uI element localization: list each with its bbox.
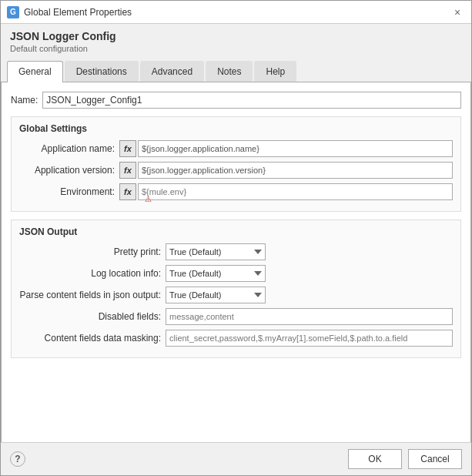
footer-buttons: OK Cancel bbox=[348, 449, 462, 469]
tab-advanced[interactable]: Advanced bbox=[140, 61, 204, 82]
dialog-header: JSON Logger Config Default configuration bbox=[1, 24, 471, 56]
app-icon: G bbox=[7, 6, 19, 18]
log-location-row: Log location info: True (Default) bbox=[19, 265, 453, 282]
app-name-fx-button[interactable]: fx bbox=[119, 140, 136, 157]
app-version-row: Application version: fx bbox=[19, 162, 453, 179]
env-fx-button[interactable]: fx bbox=[119, 183, 136, 200]
title-bar: G Global Element Properties × bbox=[1, 1, 471, 24]
pretty-print-select[interactable]: True (Default) bbox=[166, 243, 266, 260]
tab-general[interactable]: General bbox=[7, 61, 63, 82]
dialog-subtitle: Default configuration bbox=[10, 44, 462, 53]
parse-content-label: Parse content fields in json output: bbox=[19, 290, 166, 300]
name-input[interactable] bbox=[42, 92, 461, 109]
app-version-input[interactable] bbox=[138, 162, 453, 179]
json-output-title: JSON Output bbox=[19, 226, 453, 237]
content-masking-label: Content fields data masking: bbox=[19, 333, 166, 344]
global-settings-section: Global Settings Application name: fx App… bbox=[11, 116, 461, 212]
dialog-footer: ? OK Cancel bbox=[1, 442, 471, 475]
tab-help[interactable]: Help bbox=[254, 61, 296, 82]
global-settings-title: Global Settings bbox=[19, 123, 453, 134]
name-label: Name: bbox=[11, 95, 38, 106]
content-masking-input[interactable] bbox=[166, 330, 453, 347]
env-label: Environment: bbox=[19, 186, 119, 197]
pretty-print-label: Pretty print: bbox=[19, 246, 166, 257]
pretty-print-row: Pretty print: True (Default) bbox=[19, 243, 453, 260]
disabled-fields-row: Disabled fields: bbox=[19, 308, 453, 325]
parse-content-select[interactable]: True (Default) bbox=[166, 287, 266, 303]
name-row: Name: bbox=[11, 92, 461, 109]
cancel-button[interactable]: Cancel bbox=[408, 449, 462, 469]
tab-bar: General Destinations Advanced Notes Help bbox=[1, 61, 471, 82]
environment-row: Environment: fx ⚠ bbox=[19, 183, 453, 200]
app-version-fx-button[interactable]: fx bbox=[119, 162, 136, 179]
env-input[interactable] bbox=[138, 183, 453, 200]
dialog-title: JSON Logger Config bbox=[10, 30, 462, 42]
footer-left: ? bbox=[10, 451, 25, 467]
env-warning-icon: ⚠ bbox=[145, 195, 152, 203]
log-location-select[interactable]: True (Default) bbox=[166, 265, 266, 282]
disabled-fields-label: Disabled fields: bbox=[19, 311, 166, 322]
dialog: G Global Element Properties × JSON Logge… bbox=[0, 0, 472, 476]
disabled-fields-input[interactable] bbox=[166, 308, 453, 325]
title-bar-left: G Global Element Properties bbox=[7, 6, 132, 18]
window-title: Global Element Properties bbox=[24, 7, 132, 18]
parse-content-row: Parse content fields in json output: Tru… bbox=[19, 287, 453, 303]
ok-button[interactable]: OK bbox=[348, 449, 402, 469]
app-version-label: Application version: bbox=[19, 165, 119, 176]
help-button[interactable]: ? bbox=[10, 451, 25, 467]
dialog-body: Name: Global Settings Application name: … bbox=[1, 82, 471, 442]
log-location-label: Log location info: bbox=[19, 268, 166, 279]
app-name-input[interactable] bbox=[138, 140, 453, 157]
content-masking-row: Content fields data masking: bbox=[19, 330, 453, 347]
app-name-row: Application name: fx bbox=[19, 140, 453, 157]
app-name-label: Application name: bbox=[19, 143, 119, 154]
tab-notes[interactable]: Notes bbox=[206, 61, 253, 82]
tab-destinations[interactable]: Destinations bbox=[65, 61, 139, 82]
json-output-section: JSON Output Pretty print: True (Default)… bbox=[11, 220, 461, 358]
close-button[interactable]: × bbox=[450, 5, 465, 20]
